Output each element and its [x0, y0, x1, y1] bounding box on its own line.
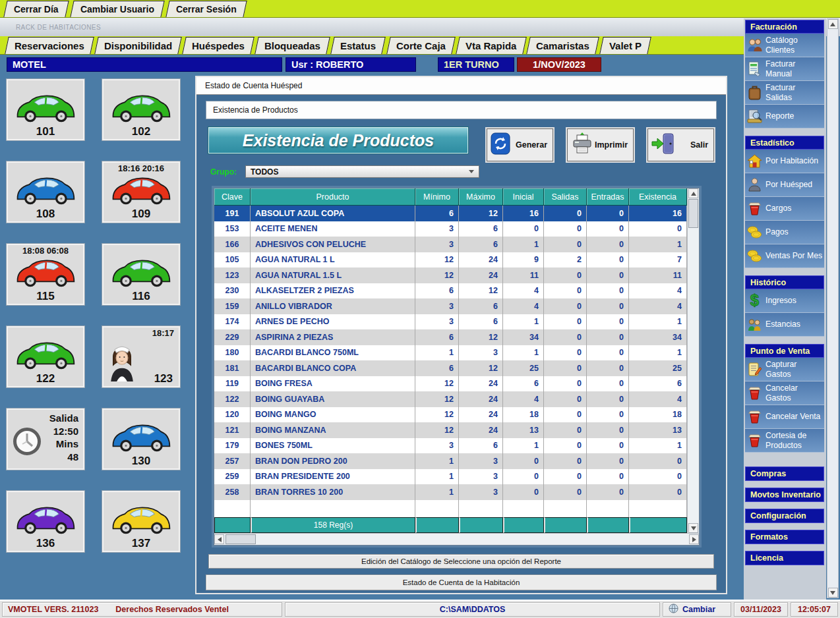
room-card-108[interactable]: 108	[7, 161, 84, 223]
table-row[interactable]: 120BOING MANGO1224180018	[214, 407, 687, 423]
scroll-right-icon[interactable]	[689, 534, 699, 544]
sidebar-item-cancelar-venta[interactable]: Cancelar Venta	[745, 405, 824, 429]
table-row[interactable]: 122BOING GUAYABA12244004	[214, 391, 687, 407]
room-card-109[interactable]: 18:16 20:16109	[102, 161, 180, 223]
room-card-salida[interactable]: Salida12:50Mins48	[7, 408, 84, 470]
page-scroll-down-icon[interactable]	[828, 588, 838, 598]
page-scrollbar[interactable]	[827, 18, 839, 598]
table-horizontal-scrollbar[interactable]	[214, 533, 699, 545]
salir-button[interactable]: Salir	[647, 128, 714, 161]
table-row[interactable]: 174ARNES DE PECHO361001	[214, 314, 687, 330]
scroll-up-icon[interactable]	[688, 188, 698, 198]
imprimir-button[interactable]: Imprimir	[567, 128, 634, 161]
tab-valet-p[interactable]: Valet P	[599, 37, 651, 54]
table-cell: 6	[459, 438, 503, 454]
sidebar-button-configuración[interactable]: Configuración	[745, 509, 824, 523]
sidebar-item-ventas-por-mes[interactable]: Ventas Por Mes	[745, 244, 824, 268]
sidebar-item-pagos[interactable]: Pagos	[745, 221, 824, 244]
sidebar-item-por-habitación[interactable]: Por Habitación	[745, 150, 824, 173]
room-card-102[interactable]: 102	[102, 79, 180, 140]
chevron-down-icon[interactable]	[469, 170, 474, 173]
table-row[interactable]: 257BRAN DON PEDRO 200130000	[214, 453, 687, 469]
table-row[interactable]: 166ADHESIVOS CON PELUCHE361001	[214, 237, 687, 252]
table-cell: 0	[587, 283, 629, 299]
clock-icon	[13, 427, 42, 459]
right-sidebar: FacturaciónCatálogo ClientesFacturar Man…	[744, 18, 826, 600]
table-row[interactable]: 121BOING MANZANA1224130013	[214, 422, 687, 438]
sidebar-item-label: Ventas Por Mes	[765, 251, 822, 261]
sidebar-button-movtos-inventario[interactable]: Movtos Inventario	[745, 488, 824, 502]
sidebar-item-capturar-gastos[interactable]: Capturar Gastos	[745, 358, 824, 381]
group-label: Grupo:	[210, 167, 237, 177]
vertical-scroll-thumb[interactable]	[688, 199, 698, 228]
table-row[interactable]: 181BACARDI BLANCO COPA612250025	[214, 360, 687, 376]
sidebar-button-formatos[interactable]: Formatos	[745, 530, 824, 544]
scroll-down-icon[interactable]	[688, 523, 698, 533]
tab-huéspedes[interactable]: Huéspedes	[182, 37, 255, 54]
room-card-115[interactable]: 18:08 06:08115	[7, 244, 84, 305]
room-card-130[interactable]: 130	[102, 408, 180, 470]
table-cell: 4	[629, 283, 687, 299]
table-row[interactable]: 153ACEITE MENEN360000	[214, 221, 687, 237]
tab-vta-rapida[interactable]: Vta Rapida	[456, 37, 526, 54]
table-row[interactable]: 258BRAN TORRES 10 200130000	[214, 484, 687, 500]
sidebar-item-reporte[interactable]: Reporte	[745, 105, 824, 128]
table-row[interactable]: 230ALKASELTZER 2 PIEZAS6124004	[214, 283, 687, 299]
page-scroll-up-icon[interactable]	[828, 19, 838, 29]
table-row[interactable]: 123AGUA NATURAL 1.5 L1224110011	[214, 267, 687, 283]
table-cell: 34	[629, 329, 687, 345]
table-row[interactable]: 159ANILLO VIBRADOR364004	[214, 298, 687, 314]
horizontal-scroll-thumb[interactable]	[225, 534, 256, 544]
people-icon	[746, 318, 764, 331]
sidebar-button-compras[interactable]: Compras	[745, 466, 824, 481]
table-row[interactable]: 229ASPIRINA 2 PIEZAS612340034	[214, 329, 687, 345]
sidebar-item-label: Estancias	[765, 320, 800, 329]
tab-estatus[interactable]: Estatus	[331, 37, 386, 54]
table-cell: 181	[214, 360, 251, 376]
tab-camaristas[interactable]: Camaristas	[526, 37, 599, 54]
menu-tab-cerrar-día[interactable]: Cerrar Día	[3, 1, 69, 17]
sidebar-item-cargos[interactable]: Cargos	[745, 197, 824, 221]
room-card-116[interactable]: 116	[102, 244, 180, 305]
tab-corte-caja[interactable]: Corte Caja	[386, 37, 456, 54]
group-dropdown[interactable]: TODOS	[245, 165, 479, 178]
room-number: 137	[104, 537, 179, 550]
sidebar-item-catálogo-clientes[interactable]: Catálogo Clientes	[745, 34, 824, 57]
room-card-101[interactable]: 101	[7, 79, 84, 140]
footer-cell	[214, 517, 251, 533]
section-gap	[745, 268, 824, 275]
generar-button[interactable]: Generar	[487, 128, 553, 161]
sidebar-item-facturar-salidas[interactable]: Facturar Salidas	[745, 81, 824, 105]
house-icon	[746, 154, 764, 168]
table-cell: BOING FRESA	[251, 376, 415, 392]
room-card-137[interactable]: 137	[102, 491, 180, 552]
sidebar-item-label: Por Habitación	[765, 156, 818, 166]
sidebar-item-por-huésped[interactable]: Por Huésped	[745, 173, 824, 197]
table-row[interactable]: 191ABSOLUT AZUL COPA612160016	[214, 206, 687, 221]
sidebar-item-ingresos[interactable]: $Ingresos	[745, 289, 824, 313]
tab-disponibilidad[interactable]: Disponibilidad	[94, 37, 182, 54]
table-row[interactable]: 105AGUA NATURAL 1 L12249207	[214, 252, 687, 268]
change-button[interactable]: Cambiar	[663, 602, 731, 617]
table-row[interactable]: 119BOING FRESA12246006	[214, 376, 687, 392]
tab-bloqueadas[interactable]: Bloqueadas	[255, 37, 331, 54]
menu-tab-cambiar-usuario[interactable]: Cambiar Usuario	[70, 1, 164, 17]
table-cell: 11	[629, 267, 687, 283]
sidebar-item-cancelar-gastos[interactable]: Cancelar Gastos	[745, 381, 824, 405]
room-time: 18:17	[104, 328, 179, 338]
tab-reservaciones[interactable]: Reservaciones	[5, 37, 94, 54]
table-cell: 1	[503, 314, 544, 330]
room-card-122[interactable]: 122	[7, 326, 84, 387]
room-card-123[interactable]: 18:17123	[102, 326, 180, 387]
sidebar-item-facturar-manual[interactable]: Facturar Manual	[745, 57, 824, 81]
sidebar-item-estancias[interactable]: Estancias	[745, 313, 824, 337]
table-row[interactable]: 180BACARDI BLANCO 750ML131001	[214, 345, 687, 361]
table-row[interactable]: 259BRAN PRESIDENTE 200130000	[214, 469, 687, 485]
menu-tab-cerrar-sesión[interactable]: Cerrar Sesión	[165, 1, 247, 17]
room-card-136[interactable]: 136	[7, 491, 84, 552]
sidebar-item-cortesia-de-productos[interactable]: Cortesia de Productos	[745, 429, 824, 453]
scroll-left-icon[interactable]	[214, 534, 224, 544]
sidebar-button-licencia[interactable]: Licencia	[745, 551, 824, 565]
table-vertical-scrollbar[interactable]	[687, 188, 699, 533]
table-row[interactable]: 179BONES 750ML361001	[214, 438, 687, 454]
